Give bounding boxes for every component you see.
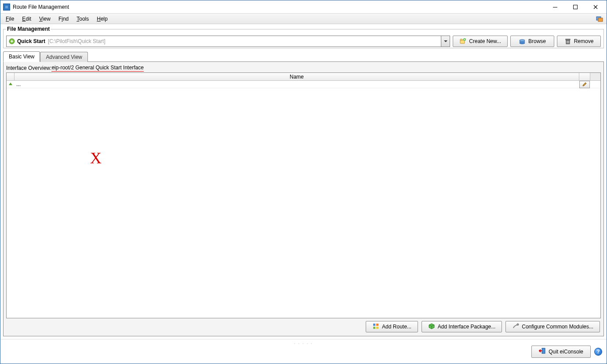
- quickstart-icon: [8, 38, 15, 45]
- remove-label: Remove: [574, 38, 594, 44]
- maximize-button[interactable]: [565, 1, 585, 13]
- svg-point-11: [520, 40, 525, 41]
- menubar-right-icon[interactable]: [596, 15, 603, 22]
- interface-overview-label: Interface Overview:: [6, 65, 51, 71]
- svg-rect-15: [373, 324, 375, 326]
- svg-point-19: [517, 324, 519, 325]
- menu-tools[interactable]: Tools: [73, 15, 92, 23]
- view-tabs: Basic View Advanced View: [3, 51, 604, 61]
- working-dir-name: Quick Start: [17, 38, 45, 44]
- configure-common-modules-button[interactable]: Configure Common Modules...: [505, 321, 600, 332]
- menu-find[interactable]: Find: [55, 15, 72, 23]
- minimize-button[interactable]: [545, 1, 565, 13]
- app-icon: [3, 4, 10, 11]
- menu-file[interactable]: File: [2, 15, 18, 23]
- file-management-legend: File Management: [6, 26, 51, 32]
- browse-icon: [519, 38, 526, 45]
- col-name[interactable]: Name: [15, 73, 579, 80]
- create-new-button[interactable]: Create New...: [453, 36, 508, 47]
- annotation-x-mark: X: [90, 149, 102, 167]
- browse-button[interactable]: Browse: [510, 36, 554, 47]
- row-edit-button[interactable]: [579, 81, 590, 88]
- tab-basic-view[interactable]: Basic View: [3, 51, 40, 62]
- add-interface-package-button[interactable]: Add Interface Package...: [422, 321, 502, 332]
- window-title: Route File Management: [13, 4, 69, 10]
- row-up-icon: [7, 82, 15, 86]
- svg-rect-16: [376, 324, 378, 326]
- remove-button[interactable]: Remove: [557, 36, 601, 47]
- configure-label: Configure Common Modules...: [522, 324, 593, 330]
- browse-label: Browse: [528, 38, 546, 44]
- add-route-button[interactable]: Add Route...: [366, 321, 418, 332]
- working-dir-combo[interactable]: Quick Start [C:\PilotFish\Quick Start]: [6, 36, 450, 47]
- svg-rect-17: [373, 327, 375, 329]
- table-row[interactable]: ...: [7, 81, 600, 88]
- resize-grip[interactable]: · · · · ·: [294, 341, 313, 346]
- routes-table: Name ... X: [6, 72, 601, 318]
- quit-icon: [539, 347, 546, 356]
- quit-label: Quit eiConsole: [549, 349, 583, 355]
- svg-rect-20: [542, 348, 545, 353]
- tab-advanced-view[interactable]: Advanced View: [40, 52, 88, 62]
- file-management-fieldset: File Management Quick Start [C:\PilotFis…: [3, 26, 604, 48]
- footer: · · · · · Quit eiConsole ?: [0, 339, 607, 364]
- add-interface-package-label: Add Interface Package...: [438, 324, 495, 330]
- svg-rect-1: [553, 7, 557, 7]
- menu-view[interactable]: View: [36, 15, 54, 23]
- routes-table-body: ... X: [7, 81, 600, 318]
- svg-rect-4: [598, 18, 603, 22]
- menu-edit[interactable]: Edit: [18, 15, 35, 23]
- working-dir-row: Quick Start [C:\PilotFish\Quick Start] C…: [6, 36, 601, 47]
- create-new-label: Create New...: [469, 38, 501, 44]
- col-edit[interactable]: [579, 73, 590, 80]
- working-dir-path: [C:\PilotFish\Quick Start]: [48, 38, 105, 44]
- routes-table-header: Name: [7, 73, 600, 81]
- quit-button[interactable]: Quit eiConsole: [531, 346, 591, 358]
- window-controls: [545, 1, 606, 13]
- svg-rect-13: [566, 39, 570, 40]
- col-icon[interactable]: [7, 73, 15, 80]
- add-interface-package-icon: [428, 323, 435, 331]
- titlebar: Route File Management: [0, 0, 607, 14]
- menu-help[interactable]: Help: [93, 15, 111, 23]
- col-scroll-gap: [590, 73, 600, 80]
- row-name: ...: [15, 81, 579, 87]
- basic-view-panel: Interface Overview: eip-root/2 General Q…: [3, 61, 604, 336]
- configure-icon: [512, 323, 519, 331]
- close-button[interactable]: [585, 1, 606, 13]
- create-new-icon: [459, 38, 466, 45]
- interface-overview: Interface Overview: eip-root/2 General Q…: [6, 65, 601, 72]
- svg-rect-7: [460, 39, 462, 40]
- working-dir-dropdown[interactable]: [441, 36, 450, 47]
- app-window: Route File Management File Edit View Fin…: [0, 0, 607, 364]
- help-button[interactable]: ?: [594, 348, 602, 356]
- svg-rect-18: [376, 327, 378, 329]
- menubar: File Edit View Find Tools Help: [0, 14, 607, 24]
- tab-bottom-buttons: Add Route... Add Interface Package... Co…: [6, 318, 601, 333]
- add-route-icon: [372, 323, 379, 331]
- remove-icon: [564, 38, 571, 45]
- svg-rect-2: [574, 5, 578, 9]
- add-route-label: Add Route...: [382, 324, 411, 330]
- interface-overview-value[interactable]: eip-root/2 General Quick Start Interface: [51, 65, 143, 72]
